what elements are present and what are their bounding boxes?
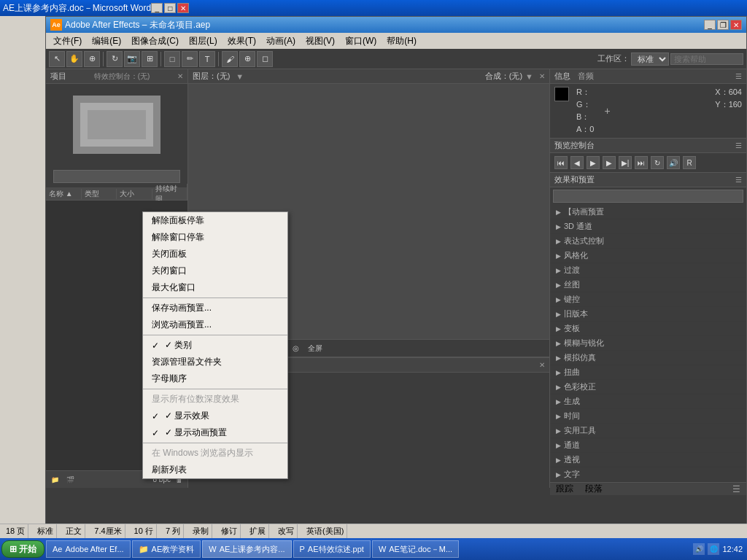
context-menu-item[interactable]: ✓ 显示动画预置 bbox=[143, 424, 287, 441]
exposure-btn[interactable]: ◎ bbox=[290, 343, 302, 353]
help-search[interactable] bbox=[670, 53, 743, 65]
word-window-controls[interactable]: _ □ ✕ bbox=[151, 3, 189, 13]
effect-item-channel[interactable]: ▶通道 bbox=[550, 438, 746, 453]
menu-effect[interactable]: 效果(T) bbox=[223, 34, 260, 49]
effect-item-time[interactable]: ▶时间 bbox=[550, 409, 746, 424]
tool-clone[interactable]: ⊕ bbox=[239, 51, 255, 67]
preview-panel-menu[interactable]: ☰ bbox=[735, 141, 742, 149]
menu-layer[interactable]: 图层(L) bbox=[185, 34, 222, 49]
new-folder-btn[interactable]: 📁 bbox=[49, 475, 61, 484]
effect-item-expression[interactable]: ▶表达式控制 bbox=[550, 234, 746, 249]
tool-anchor[interactable]: ⊞ bbox=[142, 51, 158, 67]
prev-next-btn[interactable]: ▶| bbox=[619, 156, 632, 169]
menu-view[interactable]: 视图(V) bbox=[301, 34, 339, 49]
tool-rotate[interactable]: ↻ bbox=[107, 51, 123, 67]
context-menu-item[interactable]: 关闭窗口 bbox=[143, 262, 287, 279]
taskbar-item-0[interactable]: Ae Adobe After Ef... bbox=[46, 540, 131, 558]
paragraph-title[interactable]: 段落 bbox=[585, 483, 603, 495]
tool-text[interactable]: T bbox=[199, 51, 215, 67]
taskbar-item-3[interactable]: P AE特效综述.ppt bbox=[293, 540, 371, 558]
context-menu-item[interactable]: 解除窗口停靠 bbox=[143, 229, 287, 246]
tracker-title[interactable]: 跟踪 bbox=[556, 483, 573, 495]
ae-close-btn[interactable]: ✕ bbox=[730, 20, 742, 30]
tool-shape[interactable]: □ bbox=[164, 51, 180, 67]
menu-window[interactable]: 窗口(W) bbox=[341, 34, 381, 49]
effect-item-distort[interactable]: ▶扭曲 bbox=[550, 365, 746, 380]
prev-loop-btn[interactable]: ↻ bbox=[651, 156, 664, 169]
ae-minimize-btn[interactable]: _ bbox=[704, 20, 716, 30]
menu-edit[interactable]: 编辑(E) bbox=[88, 34, 125, 49]
prev-audio-btn[interactable]: 🔊 bbox=[667, 156, 680, 169]
effect-item-animation-presets[interactable]: ▶【动画预置 bbox=[550, 205, 746, 219]
audio-tab[interactable]: 音频 bbox=[578, 71, 594, 82]
context-menu-item[interactable]: 字母顺序 bbox=[143, 370, 287, 387]
context-menu-item[interactable]: ✓ 类别 bbox=[143, 337, 287, 354]
context-menu-item[interactable]: ✓ 显示效果 bbox=[143, 408, 287, 424]
effect-item-stylize[interactable]: ▶风格化 bbox=[550, 249, 746, 263]
prev-play-audio-btn[interactable]: ▶ bbox=[603, 156, 616, 169]
comp-dropdown[interactable]: ▼ bbox=[525, 72, 533, 81]
project-search-input[interactable] bbox=[53, 170, 180, 183]
context-menu-item[interactable]: 刷新列表 bbox=[143, 462, 287, 478]
bottom-panel-menu[interactable]: ☰ bbox=[732, 484, 740, 494]
ae-restore-btn[interactable]: ❐ bbox=[717, 20, 729, 30]
context-menu-item[interactable]: 资源管理器文件夹 bbox=[143, 354, 287, 370]
tool-brush[interactable]: 🖌 bbox=[222, 51, 238, 67]
ae-window-controls[interactable]: _ ❐ ✕ bbox=[704, 20, 742, 30]
tool-zoom[interactable]: ⊕ bbox=[84, 51, 100, 67]
tool-eraser[interactable]: ◻ bbox=[257, 51, 273, 67]
word-close-btn[interactable]: ✕ bbox=[177, 3, 189, 13]
comp-panel-close[interactable]: ✕ bbox=[539, 72, 545, 80]
taskbar-item-2[interactable]: W AE上课参考内容... bbox=[202, 540, 291, 558]
effect-item-text[interactable]: ▶文字 bbox=[550, 467, 746, 482]
panel-right: 信息 音频 ☰ R： G： B： A：0 + X：604 Y：160 bbox=[549, 69, 746, 488]
prev-prev-btn[interactable]: ◀ bbox=[570, 156, 584, 169]
prev-play-btn[interactable]: ▶ bbox=[587, 156, 600, 169]
fullscreen-btn[interactable]: 全屏 bbox=[305, 343, 325, 354]
info-panel-menu[interactable]: ☰ bbox=[735, 72, 742, 80]
effect-item-matte[interactable]: ▶变板 bbox=[550, 322, 746, 336]
prev-last-btn[interactable]: ⏭ bbox=[635, 156, 648, 169]
ae-titlebar-left: Ae Adobe After Effects – 未命名项目.aep bbox=[50, 19, 210, 31]
effect-item-keying[interactable]: ▶键控 bbox=[550, 292, 746, 307]
timeline-panel-close[interactable]: ✕ bbox=[539, 361, 545, 369]
effects-search-input[interactable] bbox=[553, 190, 743, 203]
tool-pen[interactable]: ✏ bbox=[182, 51, 198, 67]
taskbar-item-1[interactable]: 📁 AE教学资料 bbox=[132, 540, 201, 558]
tool-camera[interactable]: 📷 bbox=[124, 51, 140, 67]
tool-select[interactable]: ↖ bbox=[49, 51, 65, 67]
workspace-select[interactable]: 标准 bbox=[631, 52, 669, 66]
effect-item-transition[interactable]: ▶过渡 bbox=[550, 263, 746, 278]
effects-panel-menu[interactable]: ☰ bbox=[735, 176, 742, 184]
context-menu[interactable]: 解除面板停靠解除窗口停靠关闭面板关闭窗口最大化窗口保存动画预置...浏览动画预置… bbox=[142, 211, 288, 479]
menu-animation[interactable]: 动画(A) bbox=[262, 34, 300, 49]
prev-first-btn[interactable]: ⏮ bbox=[554, 156, 568, 169]
effect-item-obsolete[interactable]: ▶旧版本 bbox=[550, 307, 746, 322]
effect-item-simulation[interactable]: ▶模拟仿真 bbox=[550, 351, 746, 365]
project-columns: 名称 ▲ 类型 大小 持续时间 bbox=[46, 187, 187, 201]
effect-item-3d-channel[interactable]: ▶3D 通道 bbox=[550, 219, 746, 234]
start-label: 开始 bbox=[19, 543, 36, 556]
word-maximize-btn[interactable]: □ bbox=[164, 3, 176, 13]
taskbar-item-4[interactable]: W AE笔记.doc－M... bbox=[372, 540, 459, 558]
context-menu-item[interactable]: 保存动画预置... bbox=[143, 300, 287, 316]
effect-item-blur[interactable]: ▶模糊与锐化 bbox=[550, 336, 746, 351]
menu-composition[interactable]: 图像合成(C) bbox=[127, 34, 183, 49]
context-menu-item[interactable]: 关闭面板 bbox=[143, 246, 287, 262]
project-panel-close[interactable]: ✕ bbox=[177, 72, 183, 80]
start-button[interactable]: ⊞ 开始 bbox=[1, 540, 44, 558]
word-minimize-btn[interactable]: _ bbox=[151, 3, 163, 13]
effect-item-generate[interactable]: ▶生成 bbox=[550, 394, 746, 409]
menu-help[interactable]: 帮助(H) bbox=[382, 34, 421, 49]
effect-item-silk[interactable]: ▶丝图 bbox=[550, 278, 746, 292]
effect-item-perspective[interactable]: ▶透视 bbox=[550, 453, 746, 467]
prev-ram-btn[interactable]: R bbox=[683, 156, 696, 169]
effect-item-color-correct[interactable]: ▶色彩校正 bbox=[550, 380, 746, 394]
menu-file[interactable]: 文件(F) bbox=[49, 34, 86, 49]
effect-item-utility[interactable]: ▶实用工具 bbox=[550, 424, 746, 438]
tool-hand[interactable]: ✋ bbox=[66, 51, 82, 67]
new-comp-btn[interactable]: 🎬 bbox=[64, 475, 77, 484]
context-menu-item[interactable]: 最大化窗口 bbox=[143, 279, 287, 296]
context-menu-item[interactable]: 浏览动画预置... bbox=[143, 316, 287, 333]
context-menu-item[interactable]: 解除面板停靠 bbox=[143, 212, 287, 229]
